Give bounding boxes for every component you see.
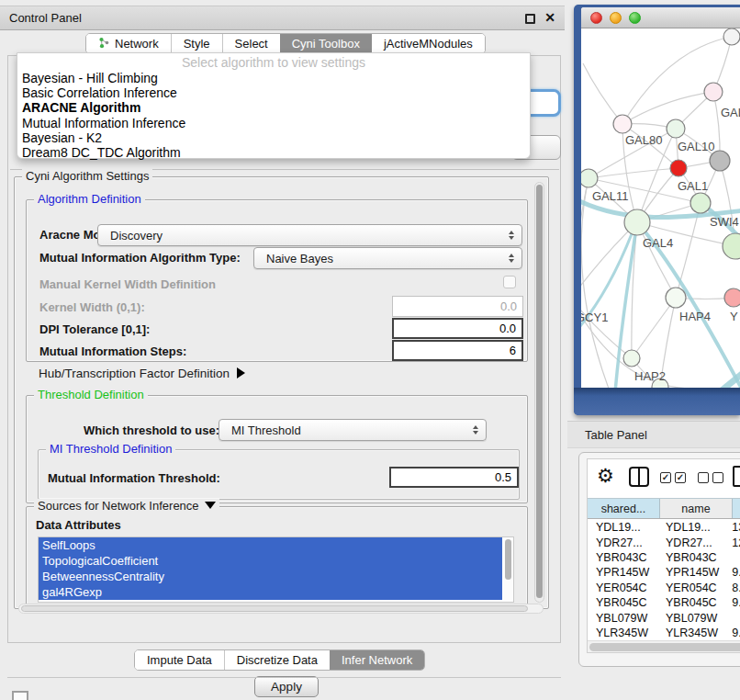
minimize-traffic-icon[interactable] <box>610 12 622 24</box>
graph-node-label: GCY1 <box>581 310 608 324</box>
deselect-all-icon[interactable] <box>712 472 723 483</box>
close-icon[interactable]: ✕ <box>544 10 555 25</box>
settings-horizontal-scrollbar[interactable] <box>18 604 544 614</box>
tab-discretize-data[interactable]: Discretize Data <box>225 650 331 670</box>
algorithm-option-mutual-information-inference[interactable]: Mutual Information Inference <box>17 116 530 130</box>
deselect-all-icon[interactable] <box>698 472 709 483</box>
network-window-titlebar[interactable] <box>581 7 740 28</box>
graph-node[interactable] <box>723 233 740 259</box>
gear-icon[interactable]: ⚙ <box>597 465 614 487</box>
threshold-definition-group: Threshold Definition Which threshold to … <box>26 395 528 503</box>
cyni-algorithm-settings-title: Cyni Algorithm Settings <box>22 169 152 183</box>
sources-group: Sources for Network Inference Data Attri… <box>26 506 528 609</box>
algorithm-option-aracne-algorithm[interactable]: ARACNE Algorithm <box>17 100 530 115</box>
attribute-item-selfloops[interactable]: SelfLoops <box>39 537 502 553</box>
graph-node[interactable] <box>623 350 640 367</box>
table-row[interactable]: YLR345WYLR345W9. <box>588 626 740 640</box>
tab-style[interactable]: Style <box>172 34 223 53</box>
algorithm-option-bayesian-hill-climbing[interactable]: Bayesian - Hill Climbing <box>17 71 530 85</box>
apply-button[interactable]: Apply <box>254 676 319 697</box>
tab-infer-network[interactable]: Infer Network <box>330 650 424 670</box>
sources-title-text: Sources for Network Inference <box>38 499 199 513</box>
table-toolbar: ⚙ ✓ ✓ <box>588 459 740 496</box>
tab-cyni-toolbox[interactable]: Cyni Toolbox <box>280 34 372 53</box>
zoom-traffic-icon[interactable] <box>629 12 641 24</box>
mi-steps-value: 6 <box>510 344 516 357</box>
attribute-item-topologicalcoefficient[interactable]: TopologicalCoefficient <box>39 553 502 569</box>
tab-jactivemnodules-label: jActiveMNodules <box>384 37 473 51</box>
network-view-window[interactable]: GALGAL80GAL10GAL1GAL11SWI4GAL4GCY1HAP4YH… <box>574 5 740 415</box>
graph-edge[interactable] <box>589 168 678 178</box>
graph-node[interactable] <box>670 160 687 176</box>
mi-threshold-input[interactable]: 0.5 <box>389 467 519 488</box>
graph-node[interactable] <box>624 209 650 235</box>
control-panel-titlebar: Control Panel ✕ <box>0 6 565 30</box>
graph-node[interactable] <box>690 193 711 213</box>
graph-node-label: GAL10 <box>678 140 714 153</box>
table-row[interactable]: YBR043CYBR043C <box>588 550 740 565</box>
table-row[interactable]: YBR045CYBR045C9. <box>588 595 740 610</box>
graph-node[interactable] <box>581 169 598 187</box>
graph-node[interactable] <box>710 151 730 171</box>
network-graph-canvas[interactable]: GALGAL80GAL10GAL1GAL11SWI4GAL4GCY1HAP4YH… <box>581 28 740 388</box>
table-row[interactable]: YER054CYER054C8. <box>588 581 740 595</box>
table-row[interactable]: YBL079WYBL079W <box>588 610 740 625</box>
column-header-name[interactable]: name <box>660 499 733 518</box>
attributes-scrollbar[interactable] <box>504 539 512 600</box>
tab-select[interactable]: Select <box>223 34 281 53</box>
tab-impute-data[interactable]: Impute Data <box>135 650 225 670</box>
kernel-width-value: 0.0 <box>500 299 517 313</box>
attribute-item-betweennesscentrality[interactable]: BetweennessCentrality <box>39 569 502 584</box>
split-column-icon[interactable] <box>629 467 649 487</box>
graph-node[interactable] <box>613 115 632 133</box>
table-row[interactable]: YDL19...YDL19...13 <box>588 520 740 535</box>
attribute-item-gal4rgexp[interactable]: gal4RGexp <box>39 584 502 600</box>
settings-vertical-scrollbar[interactable] <box>534 182 544 603</box>
which-threshold-select[interactable]: MI Threshold <box>219 419 487 441</box>
mi-steps-input[interactable]: 6 <box>392 340 523 361</box>
aracne-mode-select[interactable]: Discovery <box>97 224 522 246</box>
table-cell: 12 <box>723 536 740 549</box>
table-cell: YER054C <box>588 581 656 594</box>
table-cell: YPR145W <box>588 566 656 579</box>
float-window-icon[interactable] <box>525 14 535 24</box>
graph-node[interactable] <box>704 83 723 101</box>
table-cell: YBL079W <box>656 612 723 625</box>
graph-node[interactable] <box>667 119 685 138</box>
kernel-width-input[interactable]: 0.0 <box>392 296 523 317</box>
graph-node[interactable] <box>723 28 740 45</box>
mi-type-label: Mutual Information Algorithm Type: <box>39 251 241 265</box>
graph-edge[interactable] <box>622 37 732 124</box>
close-traffic-icon[interactable] <box>590 12 602 24</box>
table-horizontal-scrollbar[interactable] <box>588 640 740 652</box>
table-cell: 9. <box>723 596 740 609</box>
algorithm-option-basic-correlation-inference[interactable]: Basic Correlation Inference <box>17 85 530 100</box>
table-row[interactable]: YDR27...YDR27...12 <box>588 535 740 549</box>
dpi-tolerance-input[interactable]: 0.0 <box>392 318 523 339</box>
algorithm-option-dream8-dc-tdc-algorithm[interactable]: Dream8 DC_TDC Algorithm <box>17 145 530 160</box>
graph-edge[interactable] <box>583 63 622 124</box>
data-attributes-list[interactable]: SelfLoopsTopologicalCoefficientBetweenne… <box>38 536 514 603</box>
tab-impute-data-label: Impute Data <box>147 653 212 667</box>
page-icon[interactable] <box>733 466 740 487</box>
tab-network-label: Network <box>115 37 159 51</box>
minimized-panel-icon[interactable] <box>12 691 28 700</box>
graph-edge[interactable] <box>622 92 713 124</box>
table-row[interactable]: YPR145WYPR145W9. <box>588 565 740 580</box>
mi-threshold-label: Mutual Information Threshold: <box>48 471 220 485</box>
sources-title[interactable]: Sources for Network Inference <box>34 499 219 513</box>
algorithm-option-bayesian-k2[interactable]: Bayesian - K2 <box>17 130 530 145</box>
tab-jactivemnodules[interactable]: jActiveMNodules <box>372 34 485 53</box>
mi-type-select[interactable]: Naive Bayes <box>253 247 522 269</box>
tab-network[interactable]: Network <box>86 34 172 53</box>
table-cell: YDL19... <box>588 521 656 534</box>
manual-kernel-checkbox[interactable] <box>503 276 516 288</box>
apply-button-label: Apply <box>271 680 302 694</box>
select-all-icon[interactable]: ✓ <box>660 472 671 483</box>
column-header-clipped[interactable] <box>733 499 740 518</box>
graph-node[interactable] <box>666 288 686 308</box>
column-header-shared[interactable]: shared... <box>588 499 660 518</box>
hub-definition-toggle[interactable]: Hub/Transcription Factor Definition <box>39 367 245 380</box>
select-all-icon[interactable]: ✓ <box>675 472 686 483</box>
graph-node[interactable] <box>724 288 740 307</box>
